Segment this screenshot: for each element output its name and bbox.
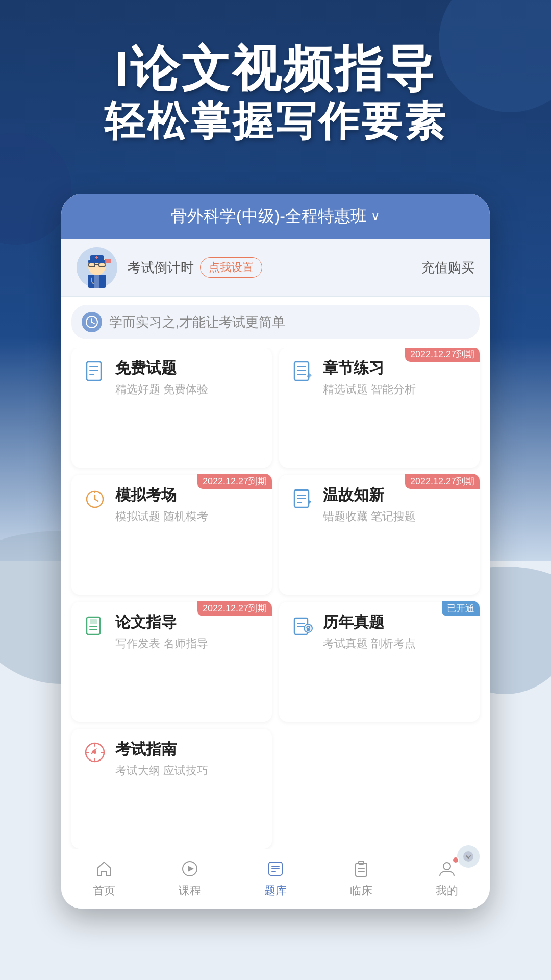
mock-exam-badge: 2022.12.27到期	[197, 474, 272, 489]
svg-rect-34	[90, 619, 97, 624]
svg-rect-6	[94, 275, 99, 288]
card-mock-desc: 模拟试题 随机模考	[115, 509, 262, 524]
vertical-divider	[411, 257, 411, 278]
card-free-questions-title: 免费试题	[115, 358, 262, 379]
card-review[interactable]: 2022.12.27到期 温故知新 错题收藏 笔记搜题	[279, 475, 480, 595]
card-mock-exam[interactable]: 2022.12.27到期 模拟考场 模拟试题 随机模考	[71, 475, 272, 595]
play-icon	[179, 857, 201, 880]
card-exam-guide-desc: 考试大纲 应试技巧	[115, 763, 262, 778]
nav-course-label: 课程	[179, 883, 201, 898]
chevron-down-icon: ∨	[371, 209, 380, 224]
document-icon	[82, 358, 108, 384]
cards-grid: 免费试题 精选好题 免费体验 2022.12.27到期	[61, 348, 490, 849]
avatar-image	[77, 247, 117, 288]
card-exam-guide-title: 考试指南	[115, 739, 262, 760]
svg-rect-41	[307, 628, 310, 631]
compass-icon	[82, 739, 108, 766]
clock-card-icon	[82, 485, 108, 511]
chapter-practice-badge: 2022.12.27到期	[405, 348, 480, 362]
past-exams-badge: 已开通	[442, 601, 480, 616]
clinical-icon	[350, 857, 372, 880]
nav-home-label: 首页	[93, 883, 115, 898]
user-icon	[436, 857, 458, 880]
avatar	[77, 247, 117, 288]
device-frame: 骨外科学(中级)-全程特惠班 ∨	[61, 194, 490, 909]
clock-icon	[82, 312, 102, 332]
svg-rect-10	[96, 256, 97, 259]
nav-clinical-label: 临床	[350, 883, 372, 898]
card-free-questions-desc: 精选好题 免费体验	[115, 382, 262, 397]
card-paper-desc: 写作发表 名师指导	[115, 636, 262, 651]
course-header[interactable]: 骨外科学(中级)-全程特惠班 ∨	[61, 194, 490, 239]
notification-badge	[452, 856, 459, 864]
header-title-line1: I论文视频指导	[31, 41, 520, 97]
svg-rect-55	[356, 863, 367, 876]
nav-course[interactable]: 课程	[164, 857, 215, 898]
nav-questions[interactable]: 题库	[250, 857, 301, 898]
card-exam-guide[interactable]: 考试指南 考试大纲 应试技巧	[71, 729, 272, 849]
nav-home[interactable]: 首页	[79, 857, 130, 898]
questions-icon	[264, 857, 287, 880]
edit-icon	[289, 485, 316, 511]
svg-rect-8	[88, 260, 106, 263]
bottom-navigation: 首页 课程 题库	[61, 849, 490, 909]
svg-point-48	[463, 851, 473, 862]
review-badge: 2022.12.27到期	[405, 474, 480, 489]
exam-countdown-section: 考试倒计时 点我设置	[128, 257, 400, 278]
motto-text: 学而实习之,才能让考试更简单	[109, 313, 285, 331]
countdown-label: 考试倒计时	[128, 259, 194, 277]
svg-line-15	[92, 322, 94, 324]
card-paper-guide[interactable]: 2022.12.27到期 论文指导 写作发表 名师指导	[71, 602, 272, 722]
header-title-line2: 轻松掌握写作要素	[31, 97, 520, 146]
svg-point-59	[443, 863, 450, 870]
header-text: I论文视频指导 轻松掌握写作要素	[0, 41, 551, 146]
empty-cell	[279, 729, 480, 849]
card-chapter-practice[interactable]: 2022.12.27到期 章节练习 精选试题 智能分析	[279, 348, 480, 468]
course-title: 骨外科学(中级)-全程特惠班	[171, 205, 367, 228]
card-past-exams-desc: 考试真题 剖析考点	[323, 636, 469, 651]
nav-clinical[interactable]: 临床	[336, 857, 387, 898]
home-icon	[93, 857, 115, 880]
motto-bar: 学而实习之,才能让考试更简单	[71, 305, 480, 339]
card-review-desc: 错题收藏 笔记搜题	[323, 509, 469, 524]
svg-line-26	[95, 499, 98, 501]
user-bar: 考试倒计时 点我设置 充值购买	[61, 239, 490, 297]
paper-guide-badge: 2022.12.27到期	[197, 601, 272, 616]
scroll-hint	[457, 845, 480, 868]
recharge-button[interactable]: 充值购买	[421, 259, 474, 277]
card-chapter-desc: 精选试题 智能分析	[323, 382, 469, 397]
lock-doc-icon	[289, 612, 316, 639]
list-icon	[289, 358, 316, 384]
countdown-set-button[interactable]: 点我设置	[200, 257, 262, 278]
svg-marker-50	[188, 866, 194, 872]
paper-icon	[82, 612, 108, 639]
nav-mine-label: 我的	[436, 883, 458, 898]
card-past-exams[interactable]: 已开通 历年真题 考试真题 剖析考点	[279, 602, 480, 722]
svg-rect-11	[105, 259, 111, 263]
card-free-questions[interactable]: 免费试题 精选好题 免费体验	[71, 348, 272, 468]
nav-questions-label: 题库	[264, 883, 287, 898]
